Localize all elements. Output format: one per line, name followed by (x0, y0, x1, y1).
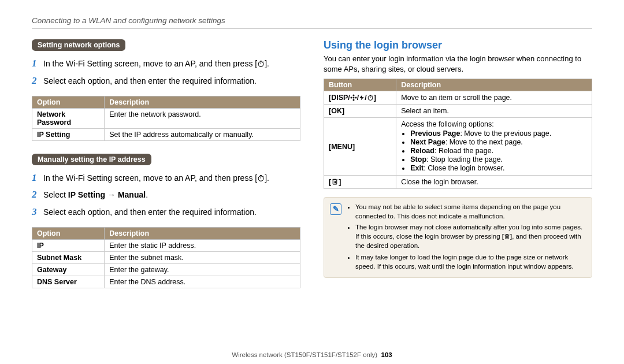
table-row: IP Setting Set the IP address automatica… (32, 128, 300, 140)
cell-button-disp: [DISP///] (324, 91, 396, 105)
step-text: In the Wi-Fi Setting screen, move to an … (43, 173, 269, 184)
step-text: In the Wi-Fi Setting screen, move to an … (43, 58, 269, 70)
cell-desc: Enter the network password. (105, 108, 300, 128)
th-option: Option (32, 96, 105, 108)
note-icon: ✎ (330, 203, 341, 215)
section-title-login-browser: Using the login browser (324, 39, 592, 51)
pill-manual-ip: Manually setting the IP address (32, 154, 151, 165)
th-description: Description (105, 96, 300, 108)
svg-line-7 (263, 176, 263, 176)
step-text: Select each option, and then enter the r… (43, 207, 257, 218)
table-network-options: Option Description Network Password Ente… (32, 96, 300, 141)
svg-rect-21 (506, 235, 509, 239)
cell-button-menu: [MENU] (324, 118, 396, 176)
svg-line-3 (263, 62, 263, 62)
content-columns: Setting network options 1 In the Wi-Fi S… (32, 39, 592, 347)
th-button: Button (324, 79, 396, 91)
cell-desc: Set the IP address automatically or manu… (105, 128, 300, 140)
table-row: [DISP///] Move to an item or scroll the … (324, 91, 592, 105)
cell-button-trash: [] (324, 176, 396, 189)
svg-point-12 (355, 97, 356, 99)
svg-point-0 (258, 62, 263, 67)
step-number: 3 (32, 205, 43, 219)
step-number: 2 (32, 74, 43, 88)
cell-option: Network Password (32, 108, 105, 128)
step-text: Select each option, and then enter the r… (43, 76, 257, 87)
note-box: ✎ You may not be able to select some ite… (324, 197, 592, 278)
svg-point-9 (352, 95, 354, 96)
cell-desc: Select an item. (396, 105, 592, 118)
table-row: Subnet MaskEnter the subnet mask. (32, 251, 300, 263)
cell-option: IP Setting (32, 128, 105, 140)
page-number: 103 (381, 351, 392, 358)
pill-setting-network-options: Setting network options (32, 39, 125, 51)
step-number: 2 (32, 188, 43, 202)
step-b2: 2 Select IP Setting → Manual. (32, 188, 300, 202)
table-row: [OK] Select an item. (324, 105, 592, 118)
svg-point-4 (258, 176, 263, 181)
step-b3: 3 Select each option, and then enter the… (32, 205, 300, 219)
note-item: It may take longer to load the login pag… (355, 252, 586, 271)
cell-desc: Move to an item or scroll the page. (396, 91, 592, 105)
table-row: IPEnter the static IP address. (32, 239, 300, 251)
steps-b: 1 In the Wi-Fi Setting screen, move to a… (32, 171, 300, 219)
footer-text: Wireless network (ST150F/ST151F/ST152F o… (232, 351, 377, 358)
step-a2: 2 Select each option, and then enter the… (32, 74, 300, 88)
table-ip-options: Option Description IPEnter the static IP… (32, 227, 300, 288)
svg-point-11 (350, 97, 352, 99)
note-item: The login browser may not close automati… (355, 222, 586, 250)
svg-marker-13 (360, 95, 365, 100)
svg-rect-18 (333, 180, 337, 184)
table-row: Network Password Enter the network passw… (32, 108, 300, 128)
cell-desc: Access the following options:Previous Pa… (396, 118, 592, 176)
svg-point-8 (352, 97, 354, 99)
cell-desc: Close the login browser. (396, 176, 592, 189)
cell-button-ok: [OK] (324, 105, 396, 118)
left-column: Setting network options 1 In the Wi-Fi S… (32, 39, 300, 347)
step-a1: 1 In the Wi-Fi Setting screen, move to a… (32, 57, 300, 70)
step-b1: 1 In the Wi-Fi Setting screen, move to a… (32, 171, 300, 185)
step-text: Select IP Setting → Manual. (43, 190, 148, 201)
table-row: DNS ServerEnter the DNS address. (32, 276, 300, 288)
th-description: Description (396, 79, 592, 91)
page-header: Connecting to a WLAN and configuring net… (32, 16, 592, 29)
th-option: Option (32, 227, 105, 239)
note-item: You may not be able to select some items… (355, 202, 586, 221)
table-buttons: Button Description [DISP///] Move to an … (324, 79, 592, 189)
svg-point-10 (352, 99, 354, 101)
table-row: GatewayEnter the gateway. (32, 263, 300, 276)
steps-a: 1 In the Wi-Fi Setting screen, move to a… (32, 57, 300, 88)
svg-line-17 (372, 96, 373, 96)
th-description: Description (105, 227, 300, 239)
step-number: 1 (32, 57, 43, 70)
section-intro: You can enter your login information via… (324, 54, 592, 74)
right-column: Using the login browser You can enter yo… (324, 39, 592, 347)
page-footer: Wireless network (ST150F/ST151F/ST152F o… (32, 347, 592, 358)
note-list: You may not be able to select some items… (347, 202, 586, 273)
table-row: [] Close the login browser. (324, 176, 592, 189)
step-number: 1 (32, 171, 43, 185)
table-row: [MENU] Access the following options:Prev… (324, 118, 592, 176)
